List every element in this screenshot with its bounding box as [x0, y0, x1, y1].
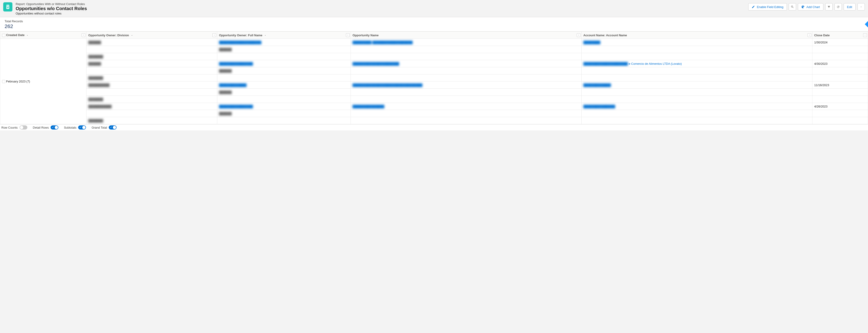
cell-opp-name[interactable]: ███████████████: [350, 103, 581, 110]
group-label[interactable]: February 2023: [6, 80, 26, 83]
footer-bar: Row Counts Detail Rows Subtotals Grand T…: [0, 124, 868, 130]
table-row: ███████████ ████████████████ ███████████…: [0, 103, 868, 110]
more-actions-button[interactable]: [858, 3, 865, 10]
subtotals-label: Subtotals: [64, 126, 76, 129]
cell-close-date: [812, 74, 868, 81]
table-row: ███████: [0, 117, 868, 124]
detail-rows-label: Detail Rows: [33, 126, 49, 129]
col-close-date-label: Close Date: [814, 34, 830, 37]
cell-account: [581, 74, 812, 81]
cell-account: [581, 46, 812, 53]
cell-opp-name: [350, 67, 581, 74]
search-button[interactable]: [789, 3, 796, 10]
col-fullname[interactable]: Opportunity Owner: Full Name: [217, 32, 350, 39]
col-account-label: Account Name: Account Name: [583, 34, 627, 37]
cell-account-prefix: █████████████████████: [583, 62, 628, 65]
filter-flag-icon[interactable]: [865, 21, 868, 28]
cell-close-date: [812, 117, 868, 124]
cell-opp-name: [350, 46, 581, 53]
cell-account: [581, 117, 812, 124]
filter-icon: [827, 5, 831, 8]
cell-close-date: [812, 110, 868, 117]
group-cell: February 2023 (7): [0, 39, 87, 124]
cell-account[interactable]: █████████████: [581, 81, 812, 89]
cell-fullname[interactable]: ████████████████: [217, 103, 350, 110]
col-menu-close-date[interactable]: [863, 33, 867, 37]
refresh-icon: [837, 5, 840, 8]
cell-fullname: ██████: [217, 110, 350, 117]
cell-fullname[interactable]: ████████████████: [217, 60, 350, 67]
edit-label: Edit: [847, 5, 852, 9]
row-counts-toggle[interactable]: [20, 125, 27, 130]
table-row: ██████: [0, 46, 868, 53]
enable-field-editing-label: Enable Field Editing: [757, 5, 783, 9]
cell-opp-name: [350, 53, 581, 60]
grand-total-label: Grand Total: [92, 126, 107, 129]
cell-fullname: ██████: [217, 89, 350, 96]
cell-division: ███████: [87, 96, 217, 103]
cell-opp-name[interactable]: ██████████████████████: [350, 60, 581, 67]
add-chart-button[interactable]: Add Chart: [798, 3, 824, 10]
header-titles: Report: Opportunities With or Without Co…: [16, 2, 87, 15]
filter-button[interactable]: [825, 3, 833, 10]
table-row: ██████: [0, 89, 868, 96]
col-created-date-label: Created Date: [6, 33, 25, 37]
refresh-button[interactable]: [834, 3, 842, 10]
col-close-date[interactable]: Close Date: [812, 32, 868, 39]
cell-account: [581, 89, 812, 96]
cell-account: [581, 110, 812, 117]
grand-total-toggle[interactable]: [109, 125, 117, 130]
cell-account[interactable]: ███████████████: [581, 103, 812, 110]
cell-close-date: 11/16/2023: [812, 81, 868, 89]
sort-desc-icon: [26, 34, 29, 36]
chart-pie-icon: [801, 5, 805, 8]
cell-opp-name: [350, 89, 581, 96]
col-division[interactable]: Opportunity Owner: Division: [87, 32, 217, 39]
cell-close-date: 4/26/2023: [812, 103, 868, 110]
cell-fullname: [217, 74, 350, 81]
cell-close-date: [812, 67, 868, 74]
cell-opp-name: [350, 74, 581, 81]
subtotals-toggle[interactable]: [78, 125, 86, 130]
cell-opp-name[interactable]: █████████ ███████████████████: [350, 39, 581, 46]
col-menu-opp-name[interactable]: [577, 33, 581, 37]
cell-division: ██████████: [87, 81, 217, 89]
summary-band: Total Records 262: [0, 17, 868, 31]
table-row: ███████: [0, 53, 868, 60]
table-header-row: Created Date Opportunity Owner: Division…: [0, 32, 868, 39]
col-created-date[interactable]: Created Date: [0, 32, 87, 39]
add-chart-label: Add Chart: [806, 5, 820, 9]
total-records-label: Total Records: [5, 20, 863, 23]
col-menu-division[interactable]: [212, 33, 216, 37]
cell-fullname[interactable]: █████████████: [217, 81, 350, 89]
detail-rows-toggle[interactable]: [51, 125, 58, 130]
table-row: ██████ ████████████████ ████████████████…: [0, 60, 868, 67]
report-icon: [3, 2, 12, 11]
select-all-checkbox[interactable]: [2, 34, 5, 37]
table-row: ███████: [0, 96, 868, 103]
group-checkbox[interactable]: [2, 80, 5, 83]
col-menu-created-date[interactable]: [82, 33, 85, 37]
cell-account[interactable]: █████████████████████ e Comercio de Alim…: [581, 60, 812, 67]
cell-account: [581, 53, 812, 60]
cell-division: [87, 46, 217, 53]
col-opp-name[interactable]: Opportunity Name: [350, 32, 581, 39]
enable-field-editing-button[interactable]: Enable Field Editing: [748, 3, 787, 10]
edit-button[interactable]: Edit: [844, 3, 856, 10]
col-account[interactable]: Account Name: Account Name: [581, 32, 812, 39]
cell-fullname[interactable]: ████████████████████: [217, 39, 350, 46]
col-opp-name-label: Opportunity Name: [352, 34, 379, 37]
col-menu-account[interactable]: [808, 33, 811, 37]
cell-account: [581, 96, 812, 103]
col-menu-fullname[interactable]: [346, 33, 350, 37]
total-records-value: 262: [5, 24, 863, 29]
cell-account[interactable]: ████████: [581, 39, 812, 46]
cell-division: ███████: [87, 117, 217, 124]
col-fullname-label: Opportunity Owner: Full Name: [219, 34, 262, 37]
report-title: Opportunities w/o Contact Roles: [16, 6, 87, 11]
table-row: February 2023 (7) ██████ ███████████████…: [0, 39, 868, 46]
cell-opp-name[interactable]: █████████████████████████████████: [350, 81, 581, 89]
report-table-wrap: Created Date Opportunity Owner: Division…: [0, 31, 868, 124]
report-type-label: Report: Opportunities With or Without Co…: [16, 2, 87, 6]
cell-fullname: [217, 96, 350, 103]
